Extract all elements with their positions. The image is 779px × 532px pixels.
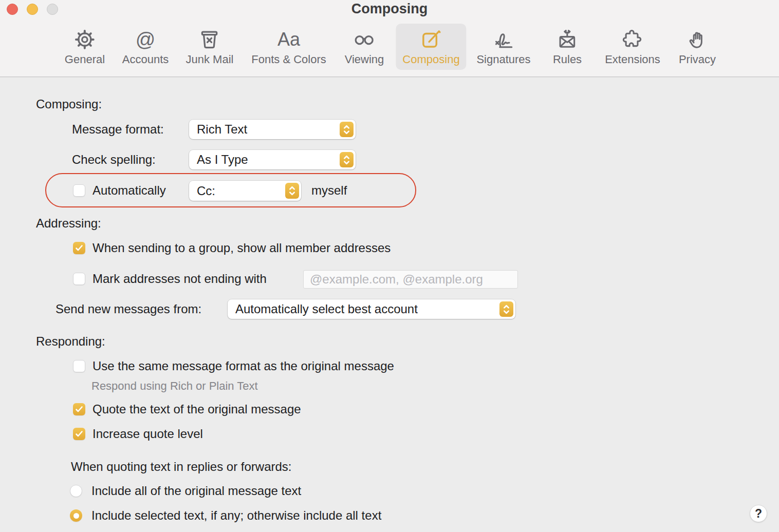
message-format-label: Message format: [72,122,164,137]
auto-cc-label: Automatically [92,183,166,198]
increase-quote-label: Increase quote level [92,427,203,441]
tab-rules[interactable]: Rules [546,24,588,70]
tab-label: Composing [402,53,459,66]
question-mark-icon: ? [755,507,762,521]
chevron-up-down-icon [340,152,354,167]
tab-label: Accounts [122,53,169,66]
tab-junk-mail[interactable]: Junk Mail [179,24,240,70]
hand-icon [686,26,709,53]
popup-value: Cc: [197,184,215,198]
junk-bin-icon [198,26,221,53]
chevron-up-down-icon [285,183,299,199]
mark-addresses-label: Mark addresses not ending with [92,272,267,286]
include-all-label: Include all of the original message text [91,484,301,498]
auto-cc-checkbox[interactable] [73,184,85,197]
tab-label: Extensions [605,53,660,66]
auto-cc-popup[interactable]: Cc: [189,181,301,201]
send-from-popup[interactable]: Automatically select best account [228,299,515,319]
tab-signatures[interactable]: Signatures [470,24,537,70]
quote-text-label: Quote the text of the original message [92,402,301,416]
tab-label: General [65,53,105,66]
address-suffix-input[interactable] [303,270,518,289]
auto-cc-suffix: myself [311,183,347,198]
tab-composing[interactable]: Composing [396,24,466,70]
tab-label: Viewing [345,53,384,66]
fonts-aa-icon: Aa [277,26,300,53]
include-selected-radio[interactable] [70,509,82,522]
quote-text-checkbox[interactable] [73,403,85,415]
message-format-popup[interactable]: Rich Text [189,120,356,139]
tab-label: Signatures [476,53,530,66]
chevron-up-down-icon [499,301,513,317]
window-title: Composing [0,1,779,17]
increase-quote-checkbox[interactable] [73,428,85,440]
mail-preferences-window: Composing General @ Accounts [0,0,779,532]
gear-icon [73,26,97,53]
responding-heading: Responding: [36,334,105,349]
tab-fonts-colors[interactable]: Aa Fonts & Colors [245,24,333,70]
tab-privacy[interactable]: Privacy [672,24,722,70]
tab-general[interactable]: General [58,24,112,70]
tab-label: Junk Mail [186,53,234,66]
tab-viewing[interactable]: Viewing [338,24,391,70]
group-addresses-checkbox[interactable] [73,242,85,254]
include-selected-label: Include selected text, if any; otherwise… [91,508,381,523]
glasses-icon [352,26,377,53]
same-format-checkbox[interactable] [73,360,85,372]
tab-label: Privacy [679,53,716,66]
check-spelling-popup[interactable]: As I Type [189,150,356,169]
send-from-label: Send new messages from: [55,302,201,316]
puzzle-icon [620,26,645,53]
signature-icon [491,26,516,53]
tab-label: Rules [553,53,582,66]
include-all-radio[interactable] [70,485,82,497]
check-spelling-label: Check spelling: [72,153,156,167]
quoting-label: When quoting text in replies or forwards… [71,460,292,474]
at-sign-icon: @ [136,26,156,53]
chevron-up-down-icon [340,122,354,137]
compose-icon [419,26,443,53]
rules-envelope-icon [555,26,579,53]
tab-accounts[interactable]: @ Accounts [116,24,176,70]
tab-extensions[interactable]: Extensions [598,24,667,70]
popup-value: As I Type [197,153,248,167]
mark-addresses-checkbox[interactable] [73,273,85,285]
popup-value: Automatically select best account [235,302,418,316]
composing-heading: Composing: [36,97,102,111]
popup-value: Rich Text [197,122,247,137]
tab-label: Fonts & Colors [251,53,326,66]
same-format-label: Use the same message format as the origi… [92,359,394,373]
same-format-sublabel: Respond using Rich or Plain Text [91,379,258,393]
help-button[interactable]: ? [750,505,767,522]
group-addresses-label: When sending to a group, show all member… [92,241,391,255]
addressing-heading: Addressing: [36,216,101,231]
titlebar-toolbar: Composing General @ Accounts [0,0,779,77]
